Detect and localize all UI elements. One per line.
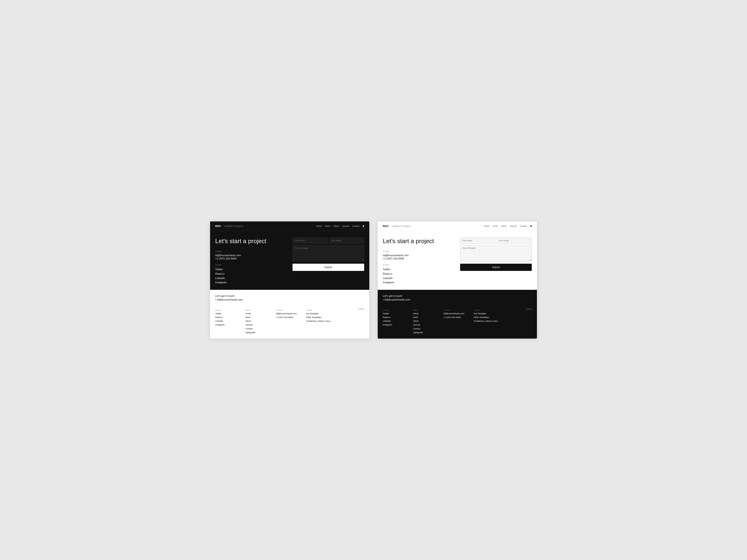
light-footer-socials: Socials Twitter Read.cv LinkedIn Instagr…	[383, 308, 411, 335]
light-name-input[interactable]	[460, 238, 495, 244]
light-touch-label: Let's get in touch	[383, 294, 532, 297]
dark-footer-credits-get[interactable]: Get Template	[306, 312, 334, 316]
light-footer-social-twitter[interactable]: Twitter	[383, 312, 411, 316]
dark-available: Available for projects	[224, 225, 243, 227]
dark-footer-menu-label: Menu	[246, 309, 251, 311]
light-socials-list: Twitter Read.cv LinkedIn Instagram	[383, 267, 455, 285]
dark-social-readcv[interactable]: Read.cv	[215, 272, 287, 276]
dark-footer-socials-label: Socials	[215, 309, 222, 311]
light-submit-button[interactable]: Submit	[460, 264, 532, 271]
dark-touch-label: Let's get in touch	[215, 294, 364, 297]
dark-footer-contact-phone: +1 (347) 332-6849	[276, 316, 304, 319]
dark-socials-label: Socials	[215, 264, 287, 266]
light-nav: BR® Available for projects Home Work Abo…	[378, 221, 537, 231]
light-nav-work[interactable]: Work	[493, 225, 498, 227]
dark-nav-dot	[363, 225, 364, 227]
light-footer-credits-get[interactable]: Get Template	[474, 312, 501, 316]
light-touch-email[interactable]: hi@brucerichards.com	[383, 298, 532, 301]
dark-right-col: Submit	[292, 238, 364, 285]
light-footer-social-linkedin[interactable]: LinkedIn	[383, 319, 411, 323]
dark-footer-credits-label: Credits	[306, 309, 312, 311]
light-footer-copyright-col: ©2024	[504, 308, 532, 335]
light-social-instagram[interactable]: Instagram	[383, 280, 455, 285]
light-nav-journal[interactable]: Journal	[510, 225, 517, 227]
dark-footer-menu: Menu Home Work About Journal Contact Sty…	[246, 308, 274, 335]
light-message-textarea[interactable]	[460, 245, 532, 261]
light-footer-menu-label: Menu	[413, 309, 418, 311]
dark-footer-menu-styleguide[interactable]: Styleguide	[246, 331, 274, 335]
dark-name-input[interactable]	[292, 238, 328, 244]
dark-nav-contact[interactable]: Contact	[352, 225, 360, 227]
light-nav-dot	[531, 225, 532, 227]
dark-footer-bottom: Socials Twitter Read.cv LinkedIn Instagr…	[210, 304, 369, 339]
light-contact-email: hi@brucerichards.com	[383, 254, 455, 257]
dark-footer-social-linkedin[interactable]: LinkedIn	[215, 319, 243, 323]
dark-footer-menu-home[interactable]: Home	[246, 312, 274, 316]
dark-message-textarea[interactable]	[292, 245, 364, 261]
dark-logo: BR®	[215, 225, 221, 228]
light-footer-copyright: ©2024	[525, 308, 532, 310]
light-footer-social-readcv[interactable]: Read.cv	[383, 316, 411, 319]
dark-left-col: Let's start a project Contact hi@bruceri…	[215, 238, 287, 285]
dark-email-input[interactable]	[329, 238, 364, 244]
dark-footer-menu-work[interactable]: Work	[246, 316, 274, 319]
light-footer-bottom: Socials Twitter Read.cv LinkedIn Instagr…	[378, 304, 537, 339]
light-footer-credits-other[interactable]: Other Templates	[474, 316, 501, 319]
light-footer-menu-journal[interactable]: Journal	[413, 323, 441, 327]
dark-nav-about[interactable]: About	[333, 225, 339, 227]
dark-footer-contact-email[interactable]: hi@brucerichards.com	[276, 312, 304, 316]
light-nav-home[interactable]: Home	[484, 225, 490, 227]
dark-footer-top: Let's get in touch hi@brucerichards.com	[210, 290, 369, 304]
page-wrapper: BR® Available for projects Home Work Abo…	[210, 221, 537, 339]
dark-footer-social-readcv[interactable]: Read.cv	[215, 316, 243, 319]
dark-footer-credits: Credits Get Template Other Templates Cre…	[306, 308, 334, 335]
dark-nav-journal[interactable]: Journal	[342, 225, 349, 227]
light-footer-credits: Credits Get Template Other Templates Cre…	[474, 308, 501, 335]
dark-footer-credits-other[interactable]: Other Templates	[306, 316, 334, 319]
dark-footer-menu-contact[interactable]: Contact	[246, 327, 274, 331]
light-footer-menu-styleguide[interactable]: Styleguide	[413, 331, 441, 335]
light-footer-menu-work[interactable]: Work	[413, 316, 441, 319]
light-footer-contact: Contact hi@brucerichards.com +1 (347) 33…	[443, 308, 471, 335]
light-footer-menu-about[interactable]: About	[413, 319, 441, 323]
dark-socials-list: Twitter Read.cv LinkedIn Instagram	[215, 267, 287, 285]
dark-card: BR® Available for projects Home Work Abo…	[210, 221, 369, 339]
light-footer-contact-label: Contact	[443, 309, 450, 311]
light-social-linkedin[interactable]: LinkedIn	[383, 276, 455, 281]
dark-social-instagram[interactable]: Instagram	[215, 280, 287, 285]
light-nav-contact[interactable]: Contact	[520, 225, 527, 227]
dark-submit-button[interactable]: Submit	[292, 264, 364, 271]
dark-footer-copyright: ©2024	[358, 308, 364, 310]
dark-footer-social-instagram[interactable]: Instagram	[215, 323, 243, 327]
dark-touch-email[interactable]: hi@brucerichards.com	[215, 298, 364, 301]
light-footer-menu-home[interactable]: Home	[413, 312, 441, 316]
dark-nav-home[interactable]: Home	[316, 225, 322, 227]
dark-footer-menu-journal[interactable]: Journal	[246, 323, 274, 327]
light-footer-cols: Socials Twitter Read.cv LinkedIn Instagr…	[383, 308, 532, 335]
light-left-col: Let's start a project Contact hi@bruceri…	[383, 238, 455, 285]
light-nav-about[interactable]: About	[501, 225, 507, 227]
dark-social-linkedin[interactable]: LinkedIn	[215, 276, 287, 281]
dark-nav-work[interactable]: Work	[325, 225, 330, 227]
light-email-input[interactable]	[497, 238, 532, 244]
dark-page-title: Let's start a project	[215, 238, 287, 245]
dark-social-twitter[interactable]: Twitter	[215, 267, 287, 272]
light-footer-top: Let's get in touch hi@brucerichards.com	[378, 290, 537, 304]
light-footer-contact-email[interactable]: hi@brucerichards.com	[443, 312, 471, 316]
dark-form-top-row	[292, 238, 364, 244]
light-right-col: Submit	[460, 238, 532, 285]
dark-contact-label: Contact	[215, 250, 287, 252]
dark-contact-email: hi@brucerichards.com	[215, 254, 287, 257]
dark-footer-menu-about[interactable]: About	[246, 319, 274, 323]
dark-footer-cols: Socials Twitter Read.cv LinkedIn Instagr…	[215, 308, 364, 335]
light-footer-social-instagram[interactable]: Instagram	[383, 323, 411, 327]
light-available: Available for projects	[391, 225, 411, 227]
light-footer-menu-contact[interactable]: Contact	[413, 327, 441, 331]
dark-footer-credits-created: Created by Ludovic Losco	[306, 319, 334, 323]
light-social-twitter[interactable]: Twitter	[383, 267, 455, 272]
light-social-readcv[interactable]: Read.cv	[383, 272, 455, 276]
light-socials-label: Socials	[383, 264, 455, 266]
light-logo: BR®	[383, 225, 389, 228]
dark-footer-social-twitter[interactable]: Twitter	[215, 312, 243, 316]
light-contact-label: Contact	[383, 250, 455, 252]
